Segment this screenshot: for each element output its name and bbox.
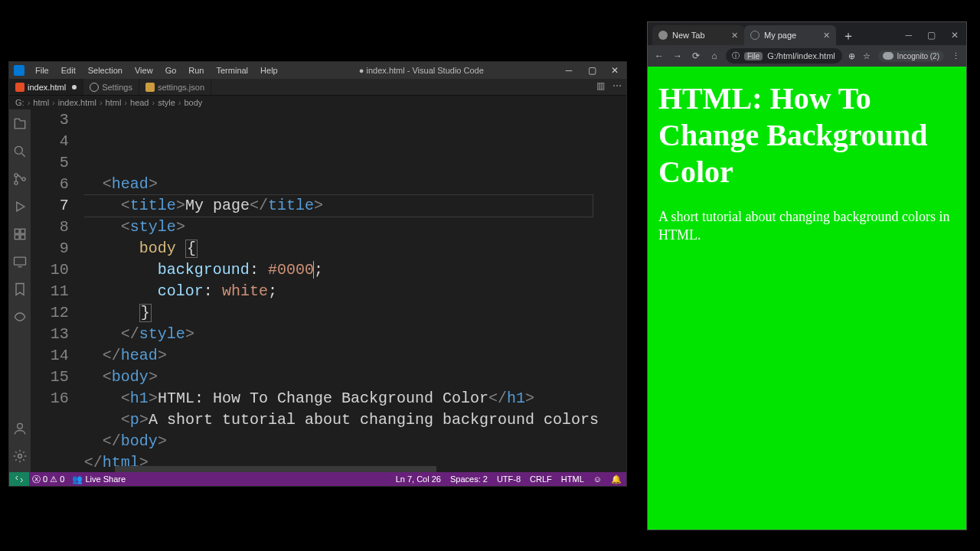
url-text: G:/html/index.html: [767, 51, 835, 60]
code-line[interactable]: <h1>HTML: How To Change Background Color…: [84, 388, 599, 409]
source-control-icon[interactable]: [11, 171, 28, 187]
svg-rect-7: [21, 235, 25, 240]
code-area[interactable]: <head> <title>My page</title> <style> bo…: [84, 109, 599, 472]
code-line[interactable]: <p>A short tutorial about changing backg…: [84, 409, 599, 431]
menu-edit[interactable]: Edit: [58, 64, 79, 77]
editor-tab[interactable]: index.html: [9, 79, 83, 95]
svg-rect-5: [21, 229, 25, 233]
editor-tab[interactable]: settings.json: [139, 79, 211, 95]
close-button[interactable]: ✕: [608, 65, 622, 76]
code-line[interactable]: </head>: [84, 345, 599, 367]
menu-run[interactable]: Run: [185, 64, 207, 77]
status-bar: ⓧ 0 ⚠ 0 👥 Live Share Ln 7, Col 26 Spaces…: [9, 472, 626, 486]
menu-view[interactable]: View: [132, 64, 156, 77]
breadcrumb-segment[interactable]: style: [158, 98, 175, 107]
accounts-icon[interactable]: [11, 420, 28, 437]
breadcrumb[interactable]: G:›html›index.html›html›head›style›body: [9, 96, 626, 109]
browser-menu-icon[interactable]: ⋮: [952, 51, 960, 61]
svg-point-1: [15, 174, 18, 177]
status-language[interactable]: HTML: [561, 474, 584, 484]
manage-gear-icon[interactable]: [11, 448, 28, 465]
run-debug-icon[interactable]: [11, 198, 28, 215]
extensions-icon[interactable]: [11, 226, 28, 243]
vscode-window-title: ● index.html - Visual Studio Code: [281, 66, 562, 75]
close-tab-icon[interactable]: ✕: [731, 31, 738, 41]
status-indentation[interactable]: Spaces: 2: [450, 474, 488, 484]
code-line[interactable]: </style>: [84, 324, 599, 345]
menu-file[interactable]: File: [32, 64, 52, 77]
browser-close-button[interactable]: ✕: [951, 30, 959, 41]
incognito-indicator[interactable]: Incognito (2): [878, 51, 944, 62]
menu-terminal[interactable]: Terminal: [214, 64, 252, 77]
code-line[interactable]: <style>: [84, 217, 599, 238]
live-share-icon[interactable]: [11, 308, 28, 325]
json-file-icon: [145, 83, 155, 92]
horizontal-scrollbar[interactable]: [115, 466, 436, 472]
code-line[interactable]: <title>My page</title>: [84, 195, 599, 217]
search-in-page-icon[interactable]: ⊕: [848, 51, 855, 61]
status-feedback-icon[interactable]: ☺: [593, 474, 602, 484]
breadcrumb-segment[interactable]: index.html: [58, 98, 96, 107]
status-eol[interactable]: CRLF: [530, 474, 552, 484]
status-encoding[interactable]: UTF-8: [497, 474, 521, 484]
vscode-menubar: FileEditSelectionViewGoRunTerminalHelp: [29, 64, 281, 77]
browser-tabstrip: New Tab✕My page✕ ＋ ─ ▢ ✕: [648, 22, 966, 45]
tab-label: settings.json: [158, 83, 204, 92]
code-line[interactable]: color: white;: [84, 281, 599, 302]
split-editor-icon[interactable]: ▥: [596, 80, 605, 91]
breadcrumb-segment[interactable]: head: [130, 98, 149, 107]
svg-point-9: [18, 423, 23, 429]
code-line[interactable]: }: [84, 302, 599, 324]
gear-file-icon: [90, 83, 99, 92]
code-line[interactable]: background: #0000;: [84, 259, 599, 281]
menu-selection[interactable]: Selection: [85, 64, 126, 77]
page-paragraph: A short tutorial about changing backgrou…: [658, 207, 956, 245]
site-info-icon[interactable]: ⓘ: [732, 51, 740, 61]
vscode-logo-icon: [14, 65, 24, 76]
browser-tab[interactable]: My page✕: [744, 25, 836, 45]
breadcrumb-segment[interactable]: body: [184, 98, 202, 107]
browser-maximize-button[interactable]: ▢: [927, 30, 936, 41]
maximize-button[interactable]: ▢: [585, 65, 599, 76]
code-line[interactable]: <head>: [84, 174, 599, 195]
status-notifications-icon[interactable]: 🔔: [611, 474, 622, 484]
search-icon[interactable]: [11, 143, 28, 160]
nav-back-icon[interactable]: ←: [654, 51, 665, 61]
explorer-icon[interactable]: [11, 116, 28, 132]
code-editor[interactable]: 345678910111213141516 <head> <title>My p…: [31, 109, 626, 472]
editor-tab[interactable]: Settings: [83, 79, 139, 95]
status-cursor-position[interactable]: Ln 7, Col 26: [396, 474, 441, 484]
new-tab-button[interactable]: ＋: [839, 27, 858, 45]
code-line[interactable]: </body>: [84, 431, 599, 452]
breadcrumb-segment[interactable]: html: [33, 98, 49, 107]
incognito-icon: [883, 52, 893, 60]
vscode-titlebar[interactable]: FileEditSelectionViewGoRunTerminalHelp ●…: [9, 62, 626, 79]
browser-tab-label: New Tab: [672, 31, 705, 40]
dirty-indicator-icon: [72, 85, 77, 90]
nav-reload-icon[interactable]: ⟳: [691, 51, 701, 61]
code-line[interactable]: body {: [84, 238, 599, 259]
editor-tabstrip: index.htmlSettingssettings.json: [9, 79, 626, 96]
nav-home-icon[interactable]: ⌂: [709, 51, 720, 61]
browser-minimize-button[interactable]: ─: [905, 30, 912, 41]
address-bar[interactable]: ⓘ File G:/html/index.html: [726, 48, 842, 64]
status-problems[interactable]: ⓧ 0 ⚠ 0: [32, 474, 64, 485]
minimize-button[interactable]: ─: [562, 65, 576, 76]
code-line[interactable]: <body>: [84, 367, 599, 388]
browser-tab[interactable]: New Tab✕: [652, 25, 744, 45]
nav-forward-icon[interactable]: →: [672, 51, 683, 61]
remote-explorer-icon[interactable]: [11, 253, 28, 270]
more-actions-icon[interactable]: ⋯: [612, 80, 622, 91]
breadcrumb-segment[interactable]: html: [106, 98, 122, 107]
svg-point-2: [15, 181, 18, 184]
minimap[interactable]: [599, 109, 626, 472]
breadcrumb-segment[interactable]: G:: [15, 98, 24, 107]
menu-go[interactable]: Go: [162, 64, 180, 77]
remote-indicator[interactable]: [9, 472, 29, 486]
bookmark-star-icon[interactable]: ☆: [863, 51, 871, 61]
close-tab-icon[interactable]: ✕: [823, 31, 830, 41]
status-live-share[interactable]: 👥 Live Share: [72, 474, 126, 484]
menu-help[interactable]: Help: [257, 64, 281, 77]
page-heading: HTML: How To Change Background Color: [658, 80, 956, 191]
bookmark-icon[interactable]: [11, 281, 28, 298]
